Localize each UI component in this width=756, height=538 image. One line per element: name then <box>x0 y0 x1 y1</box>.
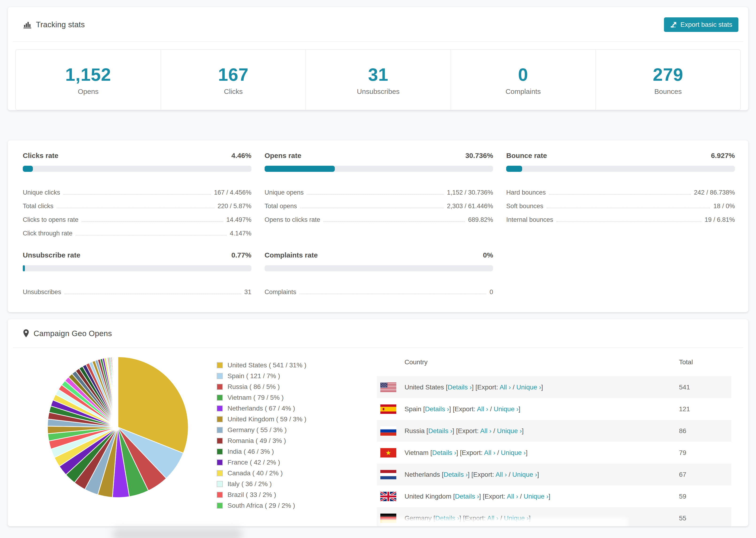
details-link[interactable]: Details › <box>432 449 457 456</box>
export-all-link[interactable]: All › <box>487 514 499 522</box>
export-unique-link[interactable]: Unique › <box>523 493 549 500</box>
legend-label: Brazil ( 33 / 2% ) <box>228 491 276 499</box>
legend-label: France ( 42 / 2% ) <box>228 459 280 466</box>
rate-title: Bounce rate <box>506 152 547 160</box>
rate-row: Complaints0 <box>265 282 493 296</box>
legend-label: India ( 46 / 3% ) <box>228 448 274 456</box>
bar-chart-icon <box>23 20 32 29</box>
export-all-link[interactable]: All › <box>507 493 518 500</box>
details-link[interactable]: Details › <box>425 405 449 413</box>
export-all-link[interactable]: All › <box>496 471 507 478</box>
table-row-netherlands: Netherlands [Details ›] [Export: All › /… <box>377 463 731 485</box>
dotted-leader <box>307 194 444 194</box>
legend-swatch <box>217 492 223 498</box>
country-cell: Germany [Details ›] [Export: All › / Uni… <box>405 514 531 522</box>
legend-item-united-states: United States ( 541 / 31% ) <box>217 361 372 369</box>
legend-swatch <box>217 405 223 411</box>
rate-progress-bar <box>265 265 493 271</box>
details-link[interactable]: Details › <box>435 514 459 522</box>
geo-country-table: CountryTotal United States [Details ›] [… <box>377 348 731 526</box>
rate-value: 0.77% <box>232 251 251 259</box>
tracking-stats-header: Tracking stats Export basic stats <box>8 7 748 32</box>
rate-row: Soft bounces18 / 0% <box>506 196 735 210</box>
legend-label: United Kingdom ( 59 / 3% ) <box>228 415 306 423</box>
rate-row-label: Unique opens <box>265 189 304 196</box>
dotted-leader <box>324 221 465 222</box>
table-header-row: CountryTotal <box>377 348 731 376</box>
export-basic-stats-button[interactable]: Export basic stats <box>664 17 738 32</box>
rate-row-label: Complaints <box>265 289 296 296</box>
rate-row-value: 19 / 6.81% <box>705 216 735 224</box>
bracket: [ <box>425 427 428 435</box>
slash: / <box>511 384 516 391</box>
rate-row-label: Unsubscribes <box>23 289 61 296</box>
rate-progress-bar <box>23 166 251 172</box>
export-prefix: [Export: <box>454 427 480 435</box>
rate-row: Click through rate4.147% <box>23 224 251 237</box>
tracking-stats-card: Tracking stats Export basic stats 1,152O… <box>8 7 748 110</box>
total-cell: 121 <box>679 405 731 413</box>
export-all-link[interactable]: All › <box>484 449 495 456</box>
table-row-russia: Russia [Details ›] [Export: All › / Uniq… <box>377 420 731 442</box>
country-cell: Vietnam [Details ›] [Export: All › / Uni… <box>405 449 527 457</box>
country-name: United Kingdom <box>405 493 451 500</box>
vietnam-flag-icon <box>380 448 396 457</box>
stat-label: Opens <box>78 87 98 95</box>
export-unique-link[interactable]: Unique › <box>504 514 529 522</box>
stat-label: Complaints <box>506 87 541 95</box>
country-name: Russia <box>405 427 425 435</box>
germany-flag-icon <box>380 513 396 523</box>
legend-item-italy: Italy ( 36 / 2% ) <box>217 480 372 488</box>
stat-label: Bounces <box>654 87 682 95</box>
stat-bounces: 279Bounces <box>595 50 740 110</box>
rate-value: 30.736% <box>465 152 493 160</box>
export-all-link[interactable]: All › <box>500 384 511 391</box>
bracket: [ <box>428 449 432 456</box>
export-all-link[interactable]: All › <box>477 405 488 413</box>
table-row-germany: Germany [Details ›] [Export: All › / Uni… <box>377 507 731 526</box>
legend-item-france: France ( 42 / 2% ) <box>217 459 372 466</box>
details-link[interactable]: Details › <box>428 427 453 435</box>
dotted-leader <box>82 221 223 222</box>
stat-value: 31 <box>368 64 389 85</box>
rate-value: 4.46% <box>232 152 251 160</box>
legend-item-spain: Spain ( 121 / 7% ) <box>217 372 372 380</box>
rate-value: 0% <box>483 251 493 259</box>
country-name: Netherlands <box>405 471 440 478</box>
pie-slice-other-42 <box>118 357 118 427</box>
stat-value: 1,152 <box>65 64 111 85</box>
export-unique-link[interactable]: Unique › <box>512 471 537 478</box>
country-cell: Spain [Details ›] [Export: All › / Uniqu… <box>405 405 520 413</box>
rate-row: Internal bounces19 / 6.81% <box>506 210 735 224</box>
rate-title: Clicks rate <box>23 152 58 160</box>
tracking-stats-title: Tracking stats <box>36 20 85 29</box>
rate-row: Hard bounces242 / 86.738% <box>506 183 735 196</box>
stat-opens: 1,152Opens <box>16 50 161 110</box>
rate-row-value: 242 / 86.738% <box>694 189 735 196</box>
legend-label: Spain ( 121 / 7% ) <box>228 372 280 380</box>
legend-swatch <box>217 438 223 444</box>
rate-row: Clicks to opens rate14.497% <box>23 210 251 224</box>
rate-row: Opens to clicks rate689.82% <box>265 210 493 224</box>
table-row-vietnam: Vietnam [Details ›] [Export: All › / Uni… <box>377 442 731 463</box>
rate-row-value: 14.497% <box>226 216 251 224</box>
export-unique-link[interactable]: Unique › <box>501 449 526 456</box>
dotted-leader <box>57 208 214 208</box>
details-link[interactable]: Details › <box>448 384 472 391</box>
export-unique-link[interactable]: Unique › <box>494 405 519 413</box>
export-unique-link[interactable]: Unique › <box>516 384 541 391</box>
legend-swatch <box>217 416 223 422</box>
rate-progress-bar <box>506 166 735 172</box>
spain-flag-icon <box>380 404 396 414</box>
export-unique-link[interactable]: Unique › <box>497 427 522 435</box>
export-all-link[interactable]: All › <box>480 427 491 435</box>
stat-label: Unsubscribes <box>357 87 400 95</box>
bracket: ] <box>526 449 527 456</box>
country-name: United States <box>405 384 444 391</box>
legend-swatch <box>217 384 223 390</box>
details-link[interactable]: Details › <box>444 471 468 478</box>
legend-swatch <box>217 481 223 487</box>
bracket: [ <box>451 493 455 500</box>
details-link[interactable]: Details › <box>455 493 479 500</box>
stat-label: Clicks <box>224 87 243 95</box>
